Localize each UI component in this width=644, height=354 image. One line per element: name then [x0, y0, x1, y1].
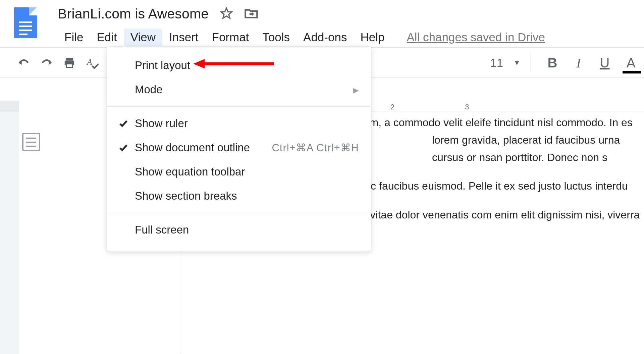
star-icon[interactable]: [220, 7, 233, 21]
chevron-down-icon: ▼: [513, 58, 521, 67]
menu-item-show-outline[interactable]: Show document outline Ctrl+⌘A Ctrl+⌘H: [107, 136, 371, 160]
undo-icon[interactable]: [16, 55, 32, 70]
docs-logo-icon[interactable]: [14, 7, 37, 38]
menu-item-show-section-breaks[interactable]: Show section breaks: [107, 184, 371, 208]
print-icon[interactable]: [62, 55, 77, 70]
svg-rect-3: [66, 58, 73, 61]
ruler-mark: 2: [390, 103, 394, 111]
ruler-mark: 3: [465, 103, 469, 111]
document-title[interactable]: BrianLi.com is Awesome: [58, 6, 209, 22]
menu-item-full-screen[interactable]: Full screen: [107, 218, 371, 242]
menu-item-label: Print layout: [135, 59, 190, 72]
font-size-value: 11: [490, 56, 503, 69]
menu-addons[interactable]: Add-ons: [297, 29, 354, 46]
keyboard-shortcut: Ctrl+⌘A Ctrl+⌘H: [272, 142, 359, 154]
menu-item-label: Show document outline: [135, 141, 250, 154]
move-to-folder-icon[interactable]: [244, 8, 258, 20]
menu-tools[interactable]: Tools: [256, 29, 297, 46]
menu-item-label: Mode: [135, 83, 163, 96]
check-icon: [118, 142, 129, 153]
redo-icon[interactable]: [39, 55, 54, 70]
spellcheck-icon[interactable]: A: [85, 55, 100, 70]
bold-button[interactable]: B: [539, 53, 566, 72]
menu-item-show-ruler[interactable]: Show ruler: [107, 111, 371, 136]
menu-item-print-layout[interactable]: Print layout: [107, 53, 371, 78]
save-status[interactable]: All changes saved in Drive: [407, 31, 545, 44]
view-menu-dropdown: Print layout Mode ▸ Show ruler Show docu…: [107, 47, 371, 251]
document-outline-icon[interactable]: [22, 133, 40, 151]
menu-bar: File Edit View Insert Format Tools Add-o…: [58, 29, 545, 46]
svg-text:A: A: [86, 57, 92, 66]
menu-item-show-equation-toolbar[interactable]: Show equation toolbar: [107, 160, 371, 184]
svg-marker-0: [221, 8, 232, 18]
menu-edit[interactable]: Edit: [90, 29, 123, 46]
menu-item-label: Show equation toolbar: [135, 165, 245, 178]
menu-item-mode[interactable]: Mode ▸: [107, 78, 371, 102]
text-color-button[interactable]: A: [618, 53, 644, 72]
italic-button[interactable]: I: [566, 53, 592, 72]
menu-insert[interactable]: Insert: [162, 29, 205, 46]
check-icon: [118, 118, 129, 129]
menu-item-label: Show section breaks: [135, 190, 237, 202]
menu-help[interactable]: Help: [354, 29, 391, 46]
underline-button[interactable]: U: [592, 53, 618, 72]
submenu-arrow-icon: ▸: [353, 83, 359, 96]
font-size-select[interactable]: 11 ▼: [490, 53, 531, 72]
menu-file[interactable]: File: [58, 29, 90, 46]
menu-item-label: Full screen: [135, 223, 189, 236]
svg-rect-5: [66, 64, 73, 67]
menu-view[interactable]: View: [124, 29, 162, 46]
menu-item-label: Show ruler: [135, 117, 188, 130]
menu-format[interactable]: Format: [205, 29, 256, 46]
